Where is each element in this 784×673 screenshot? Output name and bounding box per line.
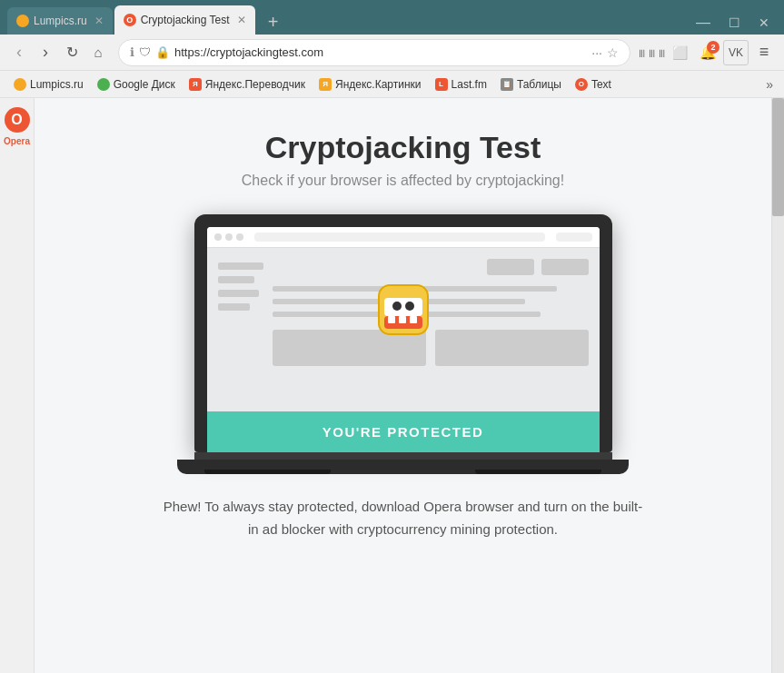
protected-banner: YOU'RE PROTECTED [207,411,600,452]
bookmark-lastfm[interactable]: L Last.fm [429,76,493,93]
bookmark-favicon-text: O [575,78,588,91]
navigation-bar: ‹ › ↻ ⌂ ℹ 🛡 🔒 https://cryptojackingtest.… [0,35,784,71]
laptop-bezel: YOU'RE PROTECTED [194,214,612,452]
bookmark-google-disk[interactable]: Google Диск [91,76,182,93]
close-button[interactable]: ✕ [759,15,769,30]
tab-lumpics[interactable]: Lumpics.ru ✕ [7,7,113,35]
bookmarks-bar: Lumpics.ru Google Диск Я Яндекс.Переводч… [0,71,784,98]
tab-label-lumpics: Lumpics.ru [34,15,87,27]
info-icon: ℹ [130,45,134,59]
laptop-base [194,452,612,474]
bookmark-favicon-yandex-images: Я [319,78,332,91]
star-icon[interactable]: ☆ [607,45,619,60]
bookmark-yandex-images[interactable]: Я Яндекс.Картинки [313,76,428,93]
svg-rect-8 [410,316,417,323]
snap-icon: ⬜ [672,45,688,60]
back-button[interactable]: ‹ [7,41,31,64]
forward-icon: › [43,43,48,62]
laptop-illustration: YOU'RE PROTECTED [194,214,612,474]
tab-close-lumpics[interactable]: ✕ [94,15,104,27]
forward-button[interactable]: › [34,41,57,64]
opera-brand-label: Opera [4,136,30,146]
snap-icon-btn[interactable]: ⬜ [667,40,692,65]
screen-header [207,227,600,248]
bookmark-favicon-lumpics [14,78,26,91]
monster-character [375,282,432,338]
svg-rect-7 [399,316,406,323]
refresh-icon: ↻ [66,44,78,61]
bookmark-yandex-translate[interactable]: Я Яндекс.Переводчик [183,76,312,93]
window-controls: — ☐ ✕ [696,15,777,35]
tab-favicon-lumpics [16,15,29,27]
bookmark-lumpics[interactable]: Lumpics.ru [7,76,90,93]
svg-rect-6 [388,316,395,323]
bookmarks-icon: ⫼⫼⫼ [637,46,667,59]
bookmark-favicon-google [97,78,110,91]
tab-label-cryptojacking: Cryptojacking Test [141,14,230,26]
more-bookmarks-button[interactable]: » [762,75,777,94]
new-tab-button[interactable]: + [261,9,286,35]
bookmark-favicon-tables: 📋 [501,78,513,91]
back-icon: ‹ [16,43,22,62]
bookmark-tables[interactable]: 📋 Таблицы [494,76,568,93]
vk-icon: VK [729,46,743,59]
notification-badge: 2 [707,41,719,54]
screen-sidebar-mock [218,259,263,401]
menu-button[interactable]: ≡ [751,40,777,65]
refresh-button[interactable]: ↻ [60,41,84,64]
page-content: Cryptojacking Test Check if your browser… [35,98,771,673]
tab-bar: Lumpics.ru ✕ O Cryptojacking Test ✕ + — … [0,0,784,35]
address-text: https://cryptojackingtest.com [174,45,587,59]
browser-chrome: Lumpics.ru ✕ O Cryptojacking Test ✕ + — … [0,0,784,98]
more-icon[interactable]: ··· [591,45,602,60]
opera-logo[interactable]: O [5,107,30,133]
address-bar[interactable]: ℹ 🛡 🔒 https://cryptojackingtest.com ··· … [118,39,630,66]
lock-icon: 🔒 [155,45,170,59]
opera-sidebar: O Opera [0,98,35,673]
tab-close-cryptojacking[interactable]: ✕ [237,14,246,26]
laptop-screen: YOU'RE PROTECTED [207,227,600,452]
screen-content [207,248,600,411]
svg-rect-2 [384,298,422,316]
bookmarks-icon-btn[interactable]: ⫼⫼⫼ [639,40,664,65]
main-area: O Opera Cryptojacking Test Check if your… [0,98,784,673]
home-button[interactable]: ⌂ [86,41,110,64]
page-subtitle: Check if your browser is affected by cry… [242,173,564,189]
minimize-button[interactable]: — [696,15,710,31]
tab-favicon-cryptojacking: O [124,14,136,26]
notifications-button[interactable]: 🔔 2 [695,40,720,65]
maximize-button[interactable]: ☐ [729,15,740,30]
plus-icon: + [268,12,279,33]
opera-logo-icon: O [11,112,22,128]
page-title: Cryptojacking Test [265,130,541,165]
shield-icon: 🛡 [139,45,151,59]
menu-icon: ≡ [759,43,769,62]
svg-point-4 [405,302,414,311]
home-icon: ⌂ [94,45,102,60]
page-description: Phew! To always stay protected, download… [163,496,644,541]
bookmark-text[interactable]: O Text [569,76,618,93]
vk-icon-btn[interactable]: VK [723,40,749,65]
svg-point-3 [392,302,402,311]
bookmark-favicon-lastfm: L [435,78,448,91]
tab-cryptojacking[interactable]: O Cryptojacking Test ✕ [114,5,255,35]
scrollbar-thumb[interactable] [772,98,784,216]
scrollbar[interactable] [771,98,784,673]
bookmark-favicon-yandex-translate: Я [189,78,202,91]
